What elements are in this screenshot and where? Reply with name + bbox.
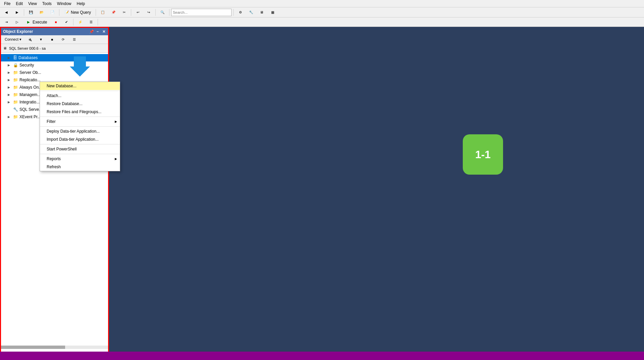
sep-exec2 — [98, 19, 98, 26]
execute-icon: ▶ — [26, 19, 31, 25]
paste-icon: 📌 — [111, 10, 116, 15]
folder-icon-management: 📁 — [13, 92, 18, 97]
cut-btn[interactable]: ✂ — [119, 8, 129, 16]
oe-connect-btn[interactable]: Connect ▾ — [2, 36, 24, 44]
zoom-btn[interactable]: 🔍 — [157, 8, 167, 16]
tools-btn[interactable]: 🔧 — [246, 8, 256, 16]
oe-title: Object Explorer — [3, 29, 33, 34]
back-icon: ◀ — [4, 10, 9, 15]
object-explorer: Object Explorer 📌 − ✕ Connect ▾ 🔌 ▼ ■ ⟳ … — [0, 27, 109, 360]
expand-icon-security: ▶ — [8, 63, 12, 67]
save-btn[interactable]: 💾 — [26, 8, 36, 16]
sep2 — [59, 9, 59, 16]
ctx-restore-db[interactable]: Restore Database... — [40, 100, 120, 108]
step-btn[interactable]: ⇥ — [1, 18, 11, 26]
ctx-deploy-dac[interactable]: Deploy Data-tier Application... — [40, 127, 120, 135]
tree-databases[interactable]: ▶ 🗄 Databases — [1, 54, 108, 61]
oe-titlebar: Object Explorer 📌 − ✕ — [1, 28, 108, 35]
ctx-start-powershell[interactable]: Start PowerShell — [40, 145, 120, 153]
results-btn[interactable]: ☰ — [86, 18, 96, 26]
debug-icon: ▷ — [14, 19, 20, 25]
search-input[interactable] — [171, 9, 232, 16]
context-menu: New Database... Attach... Restore Databa… — [40, 82, 120, 171]
expand-icon-xevent: ▶ — [8, 115, 12, 119]
menu-help[interactable]: Help — [74, 1, 88, 7]
open-icon: 📂 — [39, 10, 44, 15]
stop-btn[interactable]: ■ — [51, 18, 61, 26]
debug-btn[interactable]: ▷ — [12, 18, 22, 26]
step-badge-text: 1-1 — [475, 148, 491, 161]
tree-databases-label: Databases — [18, 55, 38, 60]
main-content-area: 1-1 — [109, 27, 644, 360]
copy-btn[interactable]: 📋 — [98, 8, 108, 16]
folder-icon-xevent: 📁 — [13, 115, 18, 119]
settings-btn[interactable]: ⚙ — [235, 8, 245, 16]
disconnect-icon: 🔌 — [27, 37, 33, 42]
execute-button[interactable]: ▶ Execute — [23, 18, 50, 26]
menu-edit[interactable]: Edit — [13, 1, 26, 7]
wrench-icon: 🔧 — [248, 10, 254, 15]
status-bar — [0, 352, 644, 360]
ctx-attach-label: Attach... — [47, 93, 61, 98]
new-query-button[interactable]: 📝 New Query — [61, 8, 94, 16]
redo-btn[interactable]: ↪ — [144, 8, 154, 16]
sep7 — [233, 9, 234, 16]
oe-pin-btn[interactable]: 📌 — [89, 29, 94, 34]
back-btn[interactable]: ◀ — [1, 8, 11, 16]
monitor-btn[interactable]: 🖥 — [257, 8, 267, 16]
stop-icon: ■ — [53, 19, 58, 25]
tree-sqlserver-label: SQL Serve... — [19, 107, 42, 112]
ctx-restore-files[interactable]: Restore Files and Filegroups... — [40, 108, 120, 116]
oe-toolbar: Connect ▾ 🔌 ▼ ■ ⟳ ☰ — [1, 35, 108, 44]
ctx-new-database-label: New Database... — [47, 84, 77, 88]
tree-serverobj-label: Server Ob... — [19, 70, 41, 75]
execute-label: Execute — [33, 20, 47, 25]
oe-minimize-btn[interactable]: − — [95, 29, 100, 34]
layout-btn[interactable]: ▦ — [267, 8, 278, 16]
ctx-new-database[interactable]: New Database... — [40, 82, 120, 90]
sep4 — [131, 9, 131, 16]
parse-icon: ⚡ — [78, 19, 83, 25]
parse-btn[interactable]: ⚡ — [75, 18, 85, 26]
oe-server-icon: 🖥 — [2, 46, 8, 51]
cut-icon: ✂ — [121, 10, 127, 15]
undo-btn[interactable]: ↩ — [133, 8, 143, 16]
forward-btn[interactable]: ▶ — [12, 8, 22, 16]
oe-refresh-btn[interactable]: ⟳ — [58, 36, 68, 44]
ctx-attach[interactable]: Attach... — [40, 92, 120, 100]
ctx-reports[interactable]: Reports — [40, 155, 120, 163]
oe-titlebar-buttons: 📌 − ✕ — [89, 29, 106, 34]
ctx-refresh[interactable]: Refresh — [40, 163, 120, 171]
tree-serverobjects[interactable]: ▶ 📁 Server Ob... — [1, 69, 108, 76]
new-file-btn[interactable]: 📄 — [47, 8, 57, 16]
ctx-import-dac-label: Import Data-tier Application... — [47, 137, 99, 142]
ctx-start-powershell-label: Start PowerShell — [47, 147, 77, 151]
sep1 — [24, 9, 24, 16]
menu-window[interactable]: Window — [54, 1, 74, 7]
oe-summary-btn[interactable]: ☰ — [69, 36, 79, 44]
expand-icon-alwayson: ▶ — [8, 86, 12, 89]
oe-scrollbar[interactable] — [1, 346, 108, 349]
folder-icon-integration: 📁 — [13, 100, 18, 104]
menu-view[interactable]: View — [26, 1, 40, 7]
tree-security[interactable]: ▶ 🔒 Security — [1, 61, 108, 69]
paste-btn[interactable]: 📌 — [108, 8, 118, 16]
results-icon: ☰ — [88, 19, 94, 25]
new-query-icon: 📝 — [64, 10, 69, 15]
redo-icon: ↪ — [146, 10, 151, 15]
folder-icon-serverobj: 📁 — [13, 70, 18, 75]
ctx-import-dac[interactable]: Import Data-tier Application... — [40, 135, 120, 143]
menu-file[interactable]: File — [1, 1, 13, 7]
sep5 — [155, 9, 156, 16]
check-btn[interactable]: ✔ — [61, 18, 71, 26]
oe-disconnect-btn[interactable]: 🔌 — [25, 36, 35, 44]
open-btn[interactable]: 📂 — [37, 8, 47, 16]
oe-filter-btn[interactable]: ▼ — [36, 36, 46, 44]
oe-stop-btn[interactable]: ■ — [47, 36, 57, 44]
main-area: Object Explorer 📌 − ✕ Connect ▾ 🔌 ▼ ■ ⟳ … — [0, 27, 644, 360]
copy-icon: 📋 — [100, 10, 105, 15]
oe-connection-string: SQL Server 000.6 - sa — [9, 46, 46, 50]
oe-close-btn[interactable]: ✕ — [101, 29, 106, 34]
ctx-filter[interactable]: Filter — [40, 118, 120, 126]
menu-tools[interactable]: Tools — [40, 1, 54, 7]
